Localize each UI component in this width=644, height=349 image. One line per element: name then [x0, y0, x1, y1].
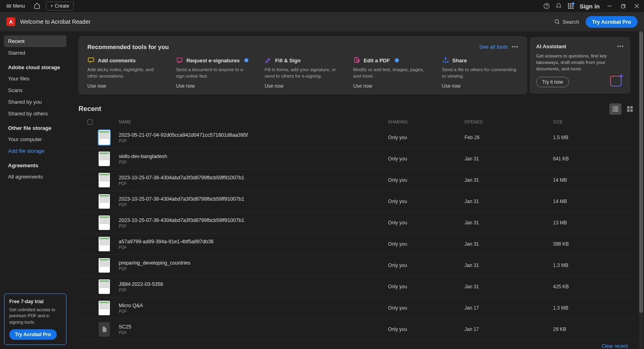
file-thumbnail: [99, 130, 110, 145]
file-opened: Jan 31: [464, 241, 553, 247]
file-type: PDF: [119, 267, 388, 271]
file-name: skills-dev-bangladesh: [119, 154, 388, 159]
svg-rect-6: [570, 5, 572, 7]
svg-rect-5: [568, 5, 570, 7]
sidebar-header-other: Other file storage: [4, 119, 66, 133]
table-row[interactable]: 2023-10-25-07-38-4304abd7a3f3d8799fbcb59…: [78, 212, 636, 234]
file-name: JIBM-2022-03-5356: [119, 281, 388, 287]
see-all-tools-link[interactable]: See all tools: [479, 44, 508, 50]
ai-more-icon[interactable]: •••: [617, 43, 624, 49]
sidebar-item-recent[interactable]: Recent: [4, 35, 66, 47]
table-row[interactable]: JIBM-2022-03-5356 PDF Only you Jan 31 42…: [78, 276, 636, 298]
svg-rect-3: [570, 3, 572, 5]
home-icon: [34, 2, 40, 9]
file-size: 14 MB: [553, 177, 617, 183]
apps-icon[interactable]: [568, 3, 574, 9]
menu-button[interactable]: Menu: [3, 2, 28, 10]
svg-rect-30: [627, 109, 630, 112]
sidebar-item-your-computer[interactable]: Your computer: [4, 133, 66, 145]
use-now-link[interactable]: Use now: [442, 83, 518, 89]
main-content: Recommended tools for you See all tools …: [70, 31, 644, 349]
file-opened: Jan 31: [464, 220, 553, 226]
file-type: PDF: [119, 288, 388, 292]
file-name: SC25: [119, 324, 388, 330]
search-label: Search: [563, 19, 579, 25]
sidebar-item-shared-by-you[interactable]: Shared by you: [4, 96, 66, 108]
sidebar-item-all-agreements[interactable]: All agreements: [4, 171, 66, 183]
ai-sparkle-icon: [608, 72, 625, 89]
column-header-sharing[interactable]: SHARING: [388, 120, 464, 124]
share-icon: [442, 57, 449, 64]
svg-rect-29: [630, 106, 633, 109]
file-sharing: Only you: [388, 284, 464, 289]
svg-rect-13: [621, 5, 624, 8]
tool-card: Fill & Sign Fill in forms, add your sign…: [264, 57, 341, 89]
recommended-tools-panel: Recommended tools for you See all tools …: [78, 36, 527, 94]
svg-rect-7: [572, 5, 574, 7]
home-button[interactable]: [31, 1, 43, 12]
table-row[interactable]: a57a9799-ad89-394a-91e1-4bf5a897db36 PDF…: [78, 234, 636, 255]
use-now-link[interactable]: Use now: [87, 83, 164, 89]
ai-description: Get answers to questions, find key takea…: [536, 53, 624, 72]
file-type: PDF: [119, 139, 388, 143]
use-now-link[interactable]: Use now: [264, 83, 341, 89]
file-type: PDF: [119, 224, 388, 228]
column-header-opened[interactable]: OPENED: [464, 120, 553, 124]
table-row[interactable]: 2023-10-25-07-38-4304abd7a3f3d8799fbcb59…: [78, 170, 636, 191]
file-sharing: Only you: [388, 156, 464, 162]
table-row[interactable]: skills-dev-bangladesh PDF Only you Jan 3…: [78, 148, 636, 170]
file-sharing: Only you: [388, 135, 464, 140]
file-opened: Jan 31: [464, 156, 553, 162]
use-now-link[interactable]: Use now: [353, 83, 430, 89]
sidebar-item-your-files[interactable]: Your files: [4, 73, 66, 84]
notification-icon[interactable]: [555, 3, 562, 9]
appbar: Welcome to Acrobat Reader Search Try Acr…: [0, 12, 644, 31]
svg-rect-25: [614, 109, 618, 109]
tools-more-icon[interactable]: •••: [512, 44, 518, 50]
table-row[interactable]: 2023-05-21-07-04-92d05cca942d0471cc57160…: [78, 127, 636, 148]
try-acrobat-pro-button[interactable]: Try Acrobat Pro: [586, 16, 638, 28]
table-row[interactable]: preparing_developing_countries PDF Only …: [78, 255, 636, 276]
file-size: 398 KB: [553, 241, 617, 247]
svg-rect-27: [614, 111, 618, 111]
titlebar: Menu + Create Sign in: [0, 0, 644, 12]
column-header-name[interactable]: NAME: [119, 120, 388, 124]
file-thumbnail: [99, 152, 110, 166]
file-thumbnail: [99, 322, 110, 337]
clear-recent-link[interactable]: Clear recent: [78, 340, 636, 349]
file-sharing: Only you: [388, 220, 464, 226]
table-row[interactable]: Micro Q&A PDF Only you Jan 17 1.3 MB: [78, 298, 636, 319]
create-button[interactable]: + Create: [46, 2, 74, 10]
sidebar-item-starred[interactable]: Starred: [4, 47, 66, 59]
sidebar-item-add-file-storage[interactable]: Add file storage: [4, 145, 66, 157]
sidebar-item-shared-by-others[interactable]: Shared by others: [4, 108, 66, 119]
tool-description: Fill in forms, add your signature, or se…: [264, 66, 341, 79]
main-scrollbar[interactable]: [639, 31, 643, 349]
close-button[interactable]: [633, 2, 641, 10]
column-header-size[interactable]: SIZE: [553, 120, 617, 124]
grid-view-button[interactable]: [624, 103, 636, 115]
file-size: 14 MB: [553, 199, 617, 204]
select-all-checkbox[interactable]: [87, 119, 93, 125]
table-row[interactable]: SC25 PDF Only you Jan 17 29 KB: [78, 319, 636, 340]
tool-name: Fill & Sign: [275, 57, 301, 64]
svg-rect-10: [572, 8, 574, 9]
create-label: Create: [55, 3, 69, 9]
help-icon[interactable]: [543, 3, 550, 9]
svg-line-17: [558, 23, 559, 24]
search-button[interactable]: Search: [554, 19, 579, 25]
list-view-button[interactable]: [609, 103, 621, 115]
maximize-button[interactable]: [619, 2, 627, 10]
minimize-button[interactable]: [605, 2, 613, 10]
file-thumbnail: [99, 216, 110, 230]
file-sharing: Only you: [388, 199, 464, 204]
sidebar-item-scans[interactable]: Scans: [4, 84, 66, 96]
sign-in-button[interactable]: Sign in: [580, 3, 600, 10]
use-now-link[interactable]: Use now: [176, 83, 252, 89]
page-title: Welcome to Acrobat Reader: [20, 18, 91, 25]
menu-label: Menu: [13, 3, 25, 9]
trial-try-pro-button[interactable]: Try Acrobat Pro: [9, 329, 57, 340]
ai-try-it-now-button[interactable]: Try it now: [536, 77, 569, 87]
file-name: 2023-05-21-07-04-92d05cca942d0471cc57160…: [119, 132, 388, 138]
table-row[interactable]: 2023-10-25-07-38-4304abd7a3f3d8799fbcb59…: [78, 191, 636, 212]
